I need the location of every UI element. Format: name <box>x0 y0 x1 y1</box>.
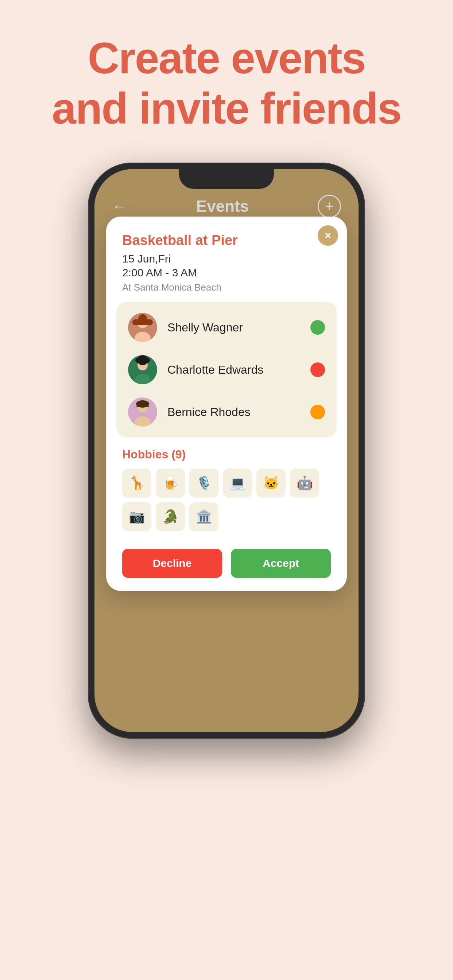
attendee-name-3: Bernice Rhodes <box>167 406 300 419</box>
page-headline: Create events and invite friends <box>0 0 453 134</box>
page-background: Create events and invite friends ← Event… <box>0 0 453 980</box>
modal-close-button[interactable]: × <box>318 225 338 246</box>
hobbies-grid: 🦒 🍺 🎙️ 💻 🐱 🤖 📷 🐊 🏛️ <box>122 468 331 531</box>
attendees-list: Shelly Wagner <box>116 302 337 438</box>
hobbies-title: Hobbies (9) <box>122 448 331 461</box>
phone-mockup: ← Events + P Event details 1 At Santa Mo… <box>0 162 453 739</box>
hobby-item: 🏛️ <box>189 502 219 531</box>
event-date: 15 Jun,Fri <box>122 253 331 265</box>
hobby-item: 🤖 <box>290 468 319 498</box>
phone-outer-shell: ← Events + P Event details 1 At Santa Mo… <box>88 162 365 739</box>
hobbies-section: Hobbies (9) 🦒 🍺 🎙️ 💻 🐱 🤖 📷 🐊 🏛️ <box>106 438 347 541</box>
attendee-row: Bernice Rhodes <box>116 391 337 433</box>
attendee-name-2: Charlotte Edwards <box>167 363 300 377</box>
avatar <box>128 355 157 384</box>
decline-button[interactable]: Decline <box>122 549 222 578</box>
hobby-item: 🐱 <box>257 468 286 498</box>
status-indicator-3 <box>310 405 325 419</box>
event-detail-modal: × Basketball at Pier 15 Jun,Fri 2:00 AM … <box>106 216 347 591</box>
svg-rect-4 <box>132 320 153 325</box>
hobby-item: 🐊 <box>156 502 185 531</box>
action-buttons: Decline Accept <box>106 541 347 591</box>
hobby-item: 🎙️ <box>189 468 219 498</box>
headline-line1: Create events <box>0 33 453 83</box>
modal-header: Basketball at Pier 15 Jun,Fri 2:00 AM - … <box>106 216 347 302</box>
hobby-item: 📷 <box>122 502 152 531</box>
modal-overlay: × Basketball at Pier 15 Jun,Fri 2:00 AM … <box>94 169 359 732</box>
phone-notch <box>179 169 274 189</box>
event-location: At Santa Monica Beach <box>122 282 331 293</box>
avatar <box>128 313 157 342</box>
phone-screen: ← Events + P Event details 1 At Santa Mo… <box>94 169 359 732</box>
attendee-row: Charlotte Edwards <box>116 348 337 391</box>
attendee-row: Shelly Wagner <box>116 306 337 348</box>
attendee-name-1: Shelly Wagner <box>167 321 300 334</box>
status-indicator-1 <box>310 320 325 335</box>
status-indicator-2 <box>310 363 325 377</box>
accept-button[interactable]: Accept <box>231 549 331 578</box>
svg-point-13 <box>136 400 149 407</box>
hobby-item: 💻 <box>223 468 252 498</box>
svg-point-9 <box>135 356 150 364</box>
event-title: Basketball at Pier <box>122 232 331 248</box>
hobby-item: 🍺 <box>156 468 185 498</box>
headline-line2: and invite friends <box>0 83 453 134</box>
event-time: 2:00 AM - 3 AM <box>122 267 331 279</box>
avatar <box>128 398 157 426</box>
hobby-item: 🦒 <box>122 468 152 498</box>
